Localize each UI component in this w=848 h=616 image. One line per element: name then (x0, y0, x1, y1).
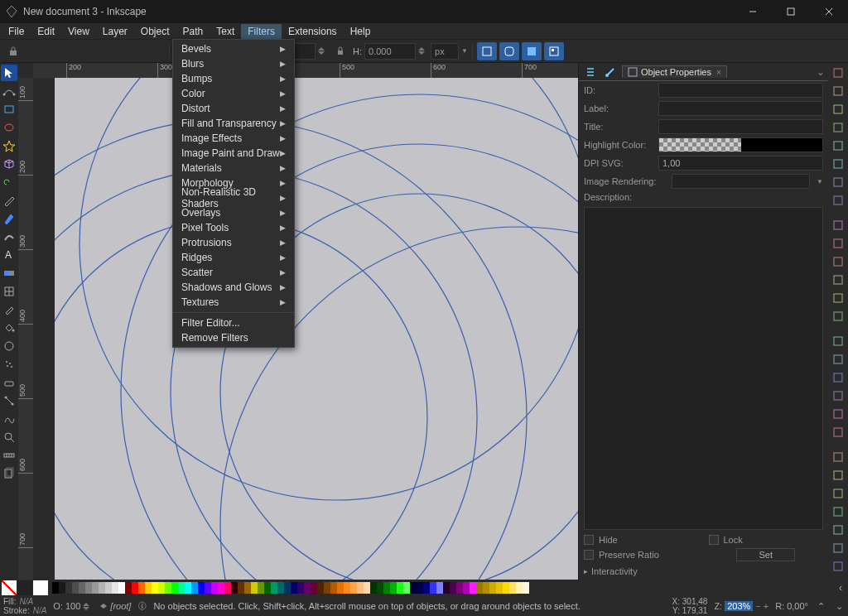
swatch[interactable] (165, 582, 171, 594)
zoom-value[interactable]: 203% (725, 601, 753, 611)
panel-menu-chevron[interactable]: ⌄ (817, 66, 825, 78)
cmd-text-dialog[interactable] (830, 449, 846, 465)
description-field[interactable] (584, 207, 823, 530)
layer-lock-icon[interactable]: 🛈 (137, 601, 147, 611)
cmd-save[interactable] (830, 101, 846, 118)
h-field[interactable]: 0.000 (364, 43, 416, 60)
tool-spiral[interactable] (1, 174, 17, 190)
swatch[interactable] (277, 582, 284, 594)
filters-menu-image-paint-and-draw[interactable]: Image Paint and Draw▶ (173, 146, 294, 161)
opacity-value[interactable]: 100 (65, 601, 80, 611)
menu-file[interactable]: File (2, 24, 31, 39)
cmd-prefs[interactable] (830, 540, 846, 556)
filters-menu-filter-editor-[interactable]: Filter Editor... (173, 315, 294, 330)
swatch[interactable] (430, 582, 436, 594)
swatch[interactable] (403, 582, 410, 594)
highlight-color-swatch[interactable] (658, 137, 823, 152)
lock-aspect-icon[interactable] (330, 42, 350, 60)
menu-layer[interactable]: Layer (96, 24, 134, 39)
menu-edit[interactable]: Edit (31, 24, 61, 39)
tool-star[interactable] (1, 137, 17, 154)
swatch[interactable] (79, 582, 85, 594)
maximize-button[interactable] (772, 0, 810, 23)
swatch[interactable] (171, 582, 178, 594)
swatch[interactable] (92, 582, 99, 594)
swatch[interactable] (344, 582, 350, 594)
swatch[interactable] (523, 582, 529, 594)
swatch[interactable] (264, 582, 271, 594)
tool-pencil[interactable] (1, 192, 17, 209)
close-button[interactable] (810, 0, 848, 23)
filters-menu-fill-and-transparency[interactable]: Fill and Transparency▶ (173, 116, 294, 131)
tool-spray[interactable] (1, 356, 17, 373)
filters-menu-textures[interactable]: Textures▶ (173, 295, 294, 310)
cmd-clone[interactable] (830, 351, 846, 368)
swatch[interactable] (516, 582, 523, 594)
menu-extensions[interactable]: Extensions (282, 24, 344, 39)
swatch[interactable] (317, 582, 324, 594)
swatch[interactable] (284, 582, 291, 594)
no-color-swatch[interactable] (2, 580, 17, 595)
preserve-ratio-checkbox[interactable] (584, 550, 594, 560)
menu-object[interactable]: Object (134, 24, 176, 39)
swatch[interactable] (118, 582, 125, 594)
swatch[interactable] (496, 582, 503, 594)
align-distribute-tab-icon[interactable] (582, 65, 599, 79)
cmd-zoom-sel[interactable] (830, 308, 846, 325)
scale-stroke-button[interactable] (477, 42, 497, 60)
tool-dropper[interactable] (1, 301, 17, 318)
dpi-field[interactable]: 1,00 (658, 156, 823, 171)
swatch[interactable] (357, 582, 364, 594)
filters-menu-remove-filters[interactable]: Remove Filters (173, 330, 294, 345)
cmd-doc-props[interactable] (830, 558, 846, 575)
tool-eraser[interactable] (1, 374, 17, 391)
move-gradients-button[interactable] (522, 42, 542, 60)
cmd-export[interactable] (830, 156, 846, 172)
cmd-undo[interactable] (830, 174, 846, 190)
canvas[interactable] (33, 78, 578, 580)
filters-menu-non-realistic-3d-shaders[interactable]: Non-Realistic 3D Shaders▶ (173, 190, 294, 205)
cmd-import[interactable] (830, 137, 846, 154)
swatch[interactable] (291, 582, 297, 594)
cmd-cut[interactable] (830, 235, 846, 252)
cmd-selectors[interactable] (830, 503, 846, 520)
swatch[interactable] (324, 582, 330, 594)
swatch[interactable] (158, 582, 165, 594)
cmd-new[interactable] (830, 65, 846, 81)
swatch[interactable] (350, 582, 357, 594)
cmd-layers-dialog[interactable] (830, 467, 846, 484)
tool-ellipse[interactable] (1, 119, 17, 136)
filters-menu-materials[interactable]: Materials▶ (173, 161, 294, 176)
tool-calligraphy[interactable] (1, 229, 17, 245)
statusbar-chevron-up[interactable]: ⌃ (815, 601, 826, 612)
swatch[interactable] (251, 582, 258, 594)
minimize-button[interactable] (734, 0, 772, 23)
swatch[interactable] (483, 582, 489, 594)
stroke-value[interactable]: N/A (33, 606, 47, 615)
swatch[interactable] (52, 582, 59, 594)
swatch[interactable] (198, 582, 205, 594)
cmd-group[interactable] (830, 369, 846, 386)
swatch[interactable] (99, 582, 105, 594)
layer-indicator[interactable]: [root] (99, 601, 131, 611)
swatch[interactable] (463, 582, 470, 594)
swatch[interactable] (211, 582, 218, 594)
lock-icon[interactable] (3, 42, 23, 60)
tool-node[interactable] (1, 83, 17, 99)
swatch[interactable] (72, 582, 79, 594)
swatch-black[interactable] (17, 580, 32, 595)
swatch[interactable] (59, 582, 65, 594)
tool-bucket[interactable] (1, 320, 17, 336)
swatch[interactable] (218, 582, 224, 594)
cmd-ungroup[interactable] (830, 387, 846, 404)
filters-menu-ridges[interactable]: Ridges▶ (173, 250, 294, 265)
tool-connector[interactable] (1, 392, 17, 409)
menu-path[interactable]: Path (176, 24, 210, 39)
set-button[interactable]: Set (736, 548, 795, 561)
cmd-copy[interactable] (830, 217, 846, 233)
interactivity-expander[interactable]: ▸Interactivity (579, 563, 828, 580)
swatch[interactable] (470, 582, 476, 594)
tool-zoom[interactable] (1, 429, 17, 445)
image-rendering-select[interactable] (672, 174, 810, 189)
tool-text[interactable]: A (1, 247, 17, 263)
